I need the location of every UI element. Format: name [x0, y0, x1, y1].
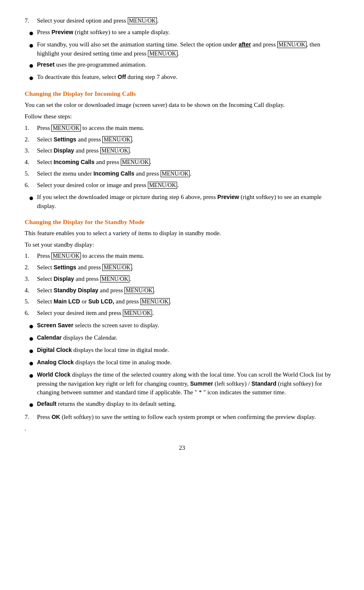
sb-step-2-text: Select Settings and press MENU/OK. — [37, 263, 133, 272]
step-7-num: 7. — [25, 16, 37, 25]
preset-bold: Preset — [37, 61, 55, 68]
sb-step-5: 5. Select Main LCD or Sub LCD, and press… — [25, 297, 339, 306]
sb-bullet-circle-2: ● — [29, 333, 37, 343]
ic-step-1: 1. Press MENU/OK to access the main menu… — [25, 124, 339, 133]
bullet-circle-4: ● — [29, 73, 37, 83]
sb-final-step-7: 7. Press OK (left softkey) to save the s… — [25, 413, 339, 422]
bullet-circle-2: ● — [29, 40, 37, 58]
step-7: 7. Select your desired option and press … — [25, 16, 339, 25]
ic-step-4-text: Select Incoming Calls and press MENU/OK. — [37, 158, 152, 167]
sb-bullet-calendar: ● Calendar displays the Calendar. — [25, 333, 339, 343]
incoming-calls-bullets: ● If you select the downloaded image or … — [25, 193, 339, 211]
standby-intro-1: This feature enables you to select a var… — [25, 229, 339, 238]
display-bold-sb3: Display — [53, 275, 74, 282]
menuok-kbd: MENU/OK — [128, 17, 157, 24]
main-lcd-bold-sb5: Main LCD — [53, 298, 80, 305]
ic-step-5: 5. Select the menu under Incoming Calls … — [25, 169, 339, 178]
sb-bullet-screensaver: ● Screen Saver selects the screen saver … — [25, 321, 339, 331]
ic-step-1-num: 1. — [25, 124, 37, 133]
sb-bullet-screensaver-text: Screen Saver selects the screen saver to… — [37, 321, 159, 331]
menuok-kbd-3: MENU/OK — [148, 50, 177, 57]
digital-clock-bold: Digital Clock — [37, 347, 72, 353]
incoming-calls-bold-ic5: Incoming Calls — [93, 170, 134, 177]
sb-step-6-num: 6. — [25, 309, 37, 318]
sb-step-5-text: Select Main LCD or Sub LCD, and press ME… — [37, 297, 171, 306]
standby-steps: 1. Press MENU/OK to access the main menu… — [25, 252, 339, 318]
ic-bullet-1: ● If you select the downloaded image or … — [25, 193, 339, 211]
sb-bullet-circle-5: ● — [29, 370, 37, 397]
ic-step-6-text: Select your desired color or image and p… — [37, 181, 179, 190]
sb-step-2: 2. Select Settings and press MENU/OK. — [25, 263, 339, 272]
sb-bullet-world-clock-text: World Clock displays the time of the sel… — [37, 370, 339, 397]
settings-bold-sb2: Settings — [53, 264, 76, 271]
bullet-deactivate-text: To deactivate this feature, select Off d… — [37, 73, 177, 83]
ic-step-4-num: 4. — [25, 158, 37, 167]
bullet-preview: ● Press Preview (right softkey) to see a… — [25, 28, 339, 38]
sb-step-3: 3. Select Display and press MENU/OK. — [25, 275, 339, 284]
sb-bullet-default: ● Default returns the standby display to… — [25, 400, 339, 410]
sb-final-step-7-text: Press OK (left softkey) to save the sett… — [37, 413, 316, 422]
sb-step-6-text: Select your desired item and press MENU/… — [37, 309, 154, 318]
sb-step-5-num: 5. — [25, 297, 37, 306]
incoming-calls-heading: Changing the Display for Incoming Calls — [25, 90, 339, 97]
section-standby-mode: Changing the Display for the Standby Mod… — [25, 218, 339, 432]
menuok-kbd-2: MENU/OK — [277, 41, 306, 48]
bullet-standby-anim-text: For standby, you will also set the anima… — [37, 40, 339, 58]
menuok-kbd-sb4: MENU/OK — [124, 287, 154, 294]
sb-bullet-analog-clock: ● Analog Clock displays the local time i… — [25, 358, 339, 368]
bullet-preset-text: Preset uses the pre-programmed animation… — [37, 60, 147, 70]
sb-bullet-circle-4: ● — [29, 358, 37, 368]
default-bold: Default — [37, 400, 56, 407]
ic-bullet-1-text: If you select the downloaded image or pi… — [37, 193, 339, 211]
section-incoming-calls: Changing the Display for Incoming Calls … — [25, 90, 339, 211]
ic-step-4: 4. Select Incoming Calls and press MENU/… — [25, 158, 339, 167]
standby-mode-heading: Changing the Display for the Standby Mod… — [25, 218, 339, 226]
sb-bullet-calendar-text: Calendar displays the Calendar. — [37, 333, 117, 343]
standby-bullets: ● Screen Saver selects the screen saver … — [25, 321, 339, 410]
sb-step-3-text: Select Display and press MENU/OK. — [37, 275, 131, 284]
menuok-kbd-ic2: MENU/OK — [102, 136, 131, 143]
preview-bold-ic: Preview — [217, 194, 239, 200]
after-bold: after — [239, 41, 251, 48]
display-bold-ic3: Display — [53, 147, 74, 154]
menuok-kbd-sb5: MENU/OK — [141, 298, 170, 305]
ic-step-2-num: 2. — [25, 135, 37, 144]
incoming-calls-steps: 1. Press MENU/OK to access the main menu… — [25, 124, 339, 190]
ic-step-3-text: Select Display and press MENU/OK. — [37, 146, 131, 155]
sb-step-3-num: 3. — [25, 275, 37, 284]
sb-step-6: 6. Select your desired item and press ME… — [25, 309, 339, 318]
incoming-calls-bold-ic4: Incoming Calls — [53, 159, 94, 165]
sb-step-1-text: Press MENU/OK to access the main menu. — [37, 252, 144, 261]
menuok-kbd-sb2: MENU/OK — [102, 264, 131, 271]
ic-bullet-circle-1: ● — [29, 193, 37, 211]
sb-bullet-circle-1: ● — [29, 321, 37, 331]
sb-bullet-world-clock: ● World Clock displays the time of the s… — [25, 370, 339, 397]
sb-bullet-default-text: Default returns the standby display to i… — [37, 400, 176, 410]
bullet-circle-1: ● — [29, 28, 37, 38]
bullet-standby-anim: ● For standby, you will also set the ani… — [25, 40, 339, 58]
menuok-kbd-sb6: MENU/OK — [123, 310, 152, 317]
off-bold: Off — [117, 74, 126, 80]
sb-step-1: 1. Press MENU/OK to access the main menu… — [25, 252, 339, 261]
standby-intro-2: To set your standby display: — [25, 241, 339, 250]
ic-step-2-text: Select Settings and press MENU/OK. — [37, 135, 133, 144]
sb-bullet-analog-clock-text: Analog Clock displays the local time in … — [37, 358, 172, 368]
standby-display-bold-sb4: Standby Display — [53, 287, 98, 294]
ic-step-3-num: 3. — [25, 146, 37, 155]
summer-bold: Summer — [190, 380, 213, 387]
menuok-kbd-ic1: MENU/OK — [51, 125, 81, 132]
trailing-dot: . — [25, 425, 339, 432]
menuok-kbd-ic5: MENU/OK — [161, 170, 190, 177]
sb-step-2-num: 2. — [25, 263, 37, 272]
sb-step-4-num: 4. — [25, 286, 37, 295]
ic-step-6-num: 6. — [25, 181, 37, 190]
sb-step-1-num: 1. — [25, 252, 37, 261]
sb-bullet-digital-clock-text: Digital Clock displays the local time in… — [37, 346, 169, 356]
sub-lcd-bold-sb5: Sub LCD, — [88, 298, 114, 305]
bullet-preset: ● Preset uses the pre-programmed animati… — [25, 60, 339, 70]
settings-bold-ic2: Settings — [53, 136, 76, 143]
page-content: 7. Select your desired option and press … — [25, 16, 339, 451]
ic-step-2: 2. Select Settings and press MENU/OK. — [25, 135, 339, 144]
ok-bold: OK — [51, 414, 60, 420]
menuok-kbd-sb1: MENU/OK — [51, 252, 81, 259]
